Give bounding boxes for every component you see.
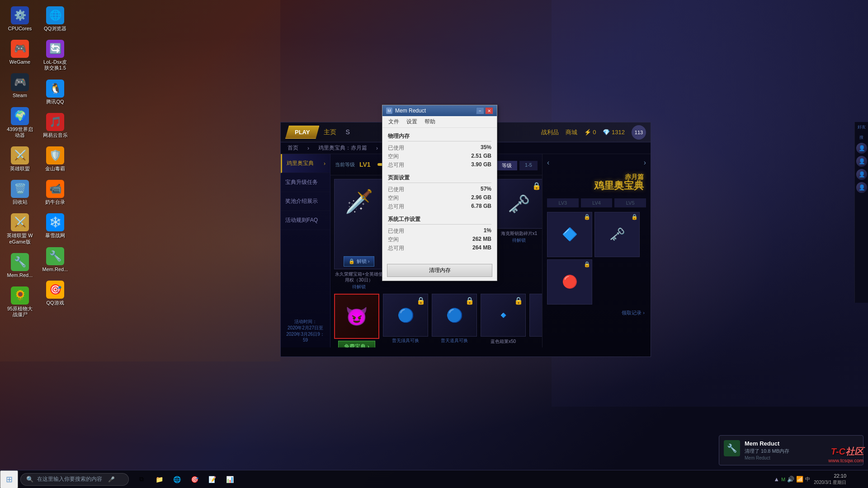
friend-avatar-1[interactable]: 👤: [856, 143, 867, 154]
dialog-close-button[interactable]: ✕: [485, 107, 493, 114]
menu-settings[interactable]: 设置: [403, 117, 421, 127]
tab-range[interactable]: 1-5: [519, 161, 538, 170]
physical-memory-section: 物理内存 已使用 35% 空闲 2.51 GB 总可用 3.90 GB: [388, 132, 491, 169]
tab-level[interactable]: 等级: [496, 161, 517, 170]
desktop-icon-netease-music[interactable]: 🎵 网易云音乐: [40, 111, 71, 140]
desktop-icon-lol[interactable]: ⚔️ 英雄联盟: [5, 145, 35, 174]
branding-main: T-C社区: [828, 446, 863, 458]
desktop-icon-95plants[interactable]: 🌻 95原植物大战僵尸: [5, 285, 35, 319]
clean-memory-button[interactable]: 清理内存: [387, 264, 492, 277]
lv-tab-4[interactable]: LV4: [581, 198, 613, 207]
desktop-icon-jinshan[interactable]: 🛡️ 金山毒霸: [40, 145, 71, 174]
sidebar-item-faq[interactable]: 活动规则FAQ: [281, 211, 330, 230]
game-title-big: 赤月篇 鸡里奥宝典: [545, 169, 648, 196]
right-reward-grid: 🔒 🔷 🔒 🗝️ 🔒 🔴: [545, 210, 648, 307]
desktop-icon-memreduct1[interactable]: 🔧 Mem.Red...: [5, 251, 35, 280]
page-free-row: 空闲 2.96 GB: [388, 194, 491, 202]
nav-arrow-left[interactable]: ‹: [547, 159, 549, 167]
mem-reduct-dialog-icon: M: [386, 108, 392, 114]
row2-reward-3: 🔒 🔹 蓝色箱莱x50: [481, 294, 526, 347]
activity-line2: 2020年2月27日至: [285, 325, 326, 331]
taskbar-apps: ⧉ 📁 🌐 🎯 📝 📊: [133, 471, 238, 488]
desktop-icon-recycle[interactable]: 🗑️ 回收站: [5, 178, 35, 207]
unlock-label: 解锁 ›: [357, 258, 370, 265]
desktop-icon-cpucores[interactable]: ⚙️ CPUCores: [5, 5, 35, 33]
game-top-right: 战利品 商城 ⚡ 0 💎 1312 113: [541, 125, 646, 140]
reward-icon-3: 🗝️: [508, 193, 530, 215]
unlock-button[interactable]: 🔒 解锁 ›: [344, 256, 375, 267]
physical-memory-title: 物理内存: [388, 132, 491, 141]
desktop-icon-lol-wegame[interactable]: ⚔️ 英雄联盟 WeGame版: [5, 211, 35, 246]
reward-box-3: 🔒 🗝️: [494, 179, 542, 229]
blizzard-label: 暴雪战网: [45, 233, 65, 239]
taskbar-app-chart[interactable]: 📊: [222, 471, 238, 488]
desktop-icon-qq[interactable]: 🐧 腾讯QQ: [40, 78, 71, 107]
search-label: 搜: [856, 135, 867, 141]
taskbar-search-placeholder: 在这里输入你要搜索的内容: [37, 475, 102, 483]
lock-gold-1: 🔒: [416, 296, 425, 305]
lv-tab-5[interactable]: LV5: [614, 198, 646, 207]
activity-time: 活动时间： 2020年2月27日至 2020年3月26日9：59: [281, 314, 330, 347]
rr-3: 🔒 🔴: [547, 259, 592, 305]
netease-icon: 🎵: [46, 113, 64, 131]
sidebar-item-baodian[interactable]: 鸡里奥宝典 ›: [281, 154, 330, 173]
lv-tab-3[interactable]: LV3: [547, 198, 579, 207]
avatar[interactable]: 113: [632, 125, 646, 140]
steam-icon: 🎮: [11, 73, 29, 91]
menu-file[interactable]: 文件: [385, 117, 403, 127]
breadcrumb-sep2: ›: [376, 145, 378, 151]
systray-up-icon[interactable]: ▲: [774, 476, 779, 483]
friend-avatar-3[interactable]: 👤: [856, 169, 867, 180]
systray-mem-icon[interactable]: M: [781, 477, 785, 482]
desktop-icon-steam[interactable]: 🎮 Steam: [5, 71, 35, 100]
systray-net-icon[interactable]: 📶: [796, 476, 803, 483]
taskbar-search-box[interactable]: 🔍 在这里输入你要搜索的内容 🎤: [20, 473, 129, 486]
friend-avatar-2[interactable]: 👤: [856, 156, 867, 167]
system-work-title: 系统工作设置: [388, 216, 491, 225]
taskbar-app-target[interactable]: 🎯: [186, 471, 203, 488]
reward-box-big: 🗡️ 🔒 解锁 ›: [334, 179, 384, 269]
steam-label: Steam: [13, 93, 27, 99]
lol-wegame-icon: ⚔️: [11, 213, 29, 231]
desktop-icon-world[interactable]: 🌍 4399世界启动器: [5, 105, 35, 140]
desktop-icon-qqbrowser[interactable]: 🌐 QQ浏览器: [40, 5, 71, 33]
taskbar-clock[interactable]: 22:10 2020/3/1 星期日: [814, 473, 846, 485]
menu-help[interactable]: 帮助: [421, 117, 439, 127]
desktop-icon-naitai[interactable]: 📹 奶牛台录: [40, 178, 71, 207]
phys-free-value: 2.51 GB: [471, 153, 491, 160]
currency-0: ⚡ 0: [584, 129, 596, 136]
nav-home[interactable]: 主页: [324, 128, 336, 136]
systray-vol-icon[interactable]: 🔊: [787, 476, 794, 483]
show-desktop-button[interactable]: [850, 470, 863, 488]
dialog-minimize-button[interactable]: −: [476, 107, 484, 114]
desktop-icon-blizzard[interactable]: ❄️ 暴雪战网: [40, 211, 71, 240]
nav-s[interactable]: S: [345, 128, 349, 136]
history-text[interactable]: 领取记录 ›: [622, 310, 645, 315]
store[interactable]: 商城: [566, 128, 577, 136]
nav-arrow-right[interactable]: ›: [644, 159, 646, 167]
taskbar-app-explorer[interactable]: 📁: [151, 471, 167, 488]
taskbar-app-browser[interactable]: 🌐: [169, 471, 185, 488]
taskview-icon: ⧉: [137, 474, 146, 484]
friend-avatar-4[interactable]: 👤: [856, 182, 867, 193]
desktop-icon-wegame[interactable]: 🎮 WeGame: [5, 38, 35, 67]
start-button[interactable]: ⊞: [0, 470, 18, 488]
desktop-icon-lol-exchanger[interactable]: 🔄 LoL-Dsx皮肤交换1.5: [40, 38, 71, 73]
free-reward-button[interactable]: 免费宝典 ›: [338, 341, 375, 347]
sidebar-item-pool[interactable]: 奖池介绍展示: [281, 192, 330, 211]
notif-text: 清理了 10.8 MB内存: [745, 448, 789, 455]
sidebar-item-upgrade[interactable]: 宝典升级任务: [281, 173, 330, 192]
history-link[interactable]: 领取记录 ›: [545, 307, 648, 318]
rr-1: 🔒 🔷: [547, 212, 592, 257]
play-button[interactable]: PLAY: [285, 126, 319, 139]
desktop-icon-memreduct2[interactable]: 🔧 Mem.Red...: [40, 245, 71, 274]
level-value: LV1: [359, 161, 371, 168]
taskbar-app-taskview[interactable]: ⧉: [133, 471, 150, 488]
desktop-icon-qqgame[interactable]: 🎯 QQ游戏: [40, 279, 71, 308]
row2-reward-4: 🔒 ❓ 零不足: [529, 294, 542, 347]
taskbar-app-edit[interactable]: 📝: [204, 471, 220, 488]
battle-loot[interactable]: 战利品: [541, 128, 559, 136]
sidebar-arrow-0: ›: [324, 160, 326, 167]
breadcrumb-current[interactable]: 鸡里奥宝典：赤月篇: [318, 144, 367, 152]
breadcrumb-home[interactable]: 首页: [288, 144, 298, 152]
